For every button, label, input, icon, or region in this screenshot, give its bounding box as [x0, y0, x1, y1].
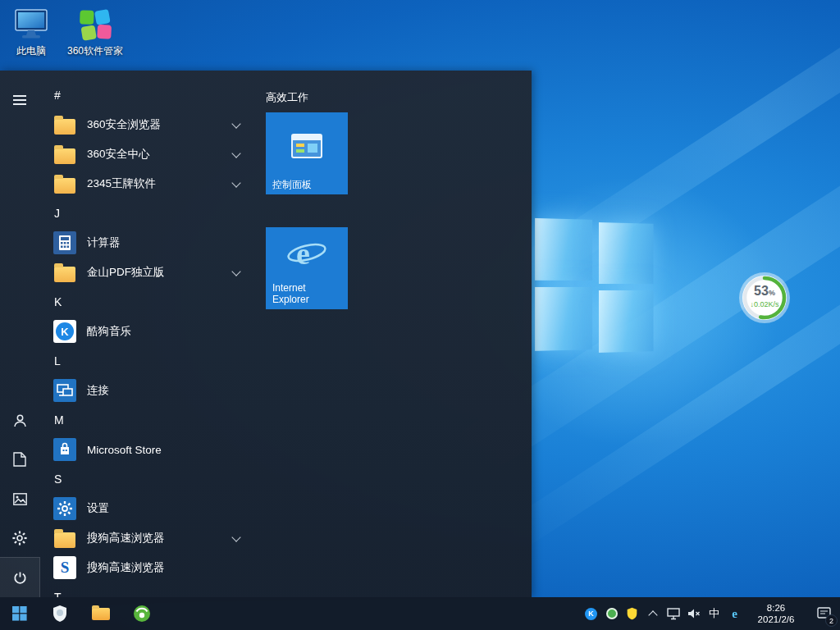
user-icon [13, 413, 27, 427]
chevron-down-icon[interactable] [231, 267, 240, 276]
document-icon [13, 452, 26, 467]
tray-ime-indicator[interactable]: 中 [704, 597, 724, 630]
app-list-item-360-browser[interactable]: 360安全浏览器 [39, 110, 266, 139]
folder-icon [52, 142, 77, 167]
app-list-item-settings[interactable]: 设置 [39, 494, 266, 523]
svg-text:e: e [296, 236, 310, 271]
tile-control-panel[interactable]: 控制面板 [266, 112, 348, 194]
app-list-header[interactable]: K [39, 287, 266, 317]
tile-group-title[interactable]: 高效工作 [266, 90, 308, 105]
folder-icon [92, 608, 110, 620]
app-list-item-calculator[interactable]: 计算器 [39, 228, 266, 258]
app-list-header[interactable]: # [39, 80, 266, 110]
app-list-item-360-center[interactable]: 360安全中心 [39, 139, 266, 169]
start-menu-tiles: 高效工作 控制面板 e I [266, 71, 532, 597]
connect-icon [52, 378, 77, 403]
app-list-item-sogou-folder[interactable]: 搜狗高速浏览器 [39, 523, 266, 553]
app-list-item-kingsoft-pdf[interactable]: 金山PDF独立版 [39, 258, 266, 287]
app-list-item-2345[interactable]: 2345王牌软件 [39, 169, 266, 199]
taskbar-app-file-explorer[interactable] [80, 597, 121, 630]
hamburger-icon [13, 93, 26, 107]
chevron-down-icon[interactable] [231, 119, 240, 128]
app-list-item-sogou-browser[interactable]: S 搜狗高速浏览器 [39, 553, 266, 582]
app-list-item-microsoft-store[interactable]: Microsoft Store [39, 435, 266, 464]
notification-badge: 2 [825, 614, 838, 627]
tile-label: Internet Explorer [272, 282, 341, 305]
clock-time: 8:26 [767, 602, 785, 614]
start-menu-app-list: # 360安全浏览器 360安全中心 2345王牌软件 J [39, 71, 266, 597]
clock-date: 2021/2/6 [758, 614, 795, 625]
action-center-button[interactable]: 2 [807, 597, 840, 630]
taskbar-clock[interactable]: 8:26 2021/2/6 [745, 597, 807, 630]
settings-button[interactable] [0, 518, 39, 558]
windows-logo-pane [535, 218, 592, 281]
app-list-header[interactable]: L [39, 346, 266, 376]
documents-button[interactable] [0, 440, 39, 479]
settings-app-icon [52, 496, 77, 521]
app-list-header[interactable]: S [39, 464, 266, 494]
start-menu-rail [0, 71, 39, 597]
taskbar-app-360-speed-browser[interactable] [121, 597, 162, 630]
taskbar-app-360-safety[interactable] [39, 597, 80, 630]
sogou-icon: S [52, 555, 77, 580]
windows-logo-pane [599, 222, 654, 284]
app-list-header[interactable]: T [39, 582, 266, 597]
app-list-header[interactable]: M [39, 405, 266, 435]
store-icon [52, 437, 77, 462]
tile-internet-explorer[interactable]: e Internet Explorer [266, 227, 348, 309]
speed-ball-widget[interactable]: 53% ↓0.02K/s [737, 271, 792, 325]
this-pc-icon [12, 7, 50, 43]
pictures-button[interactable] [0, 479, 39, 518]
360-software-manager-icon [80, 7, 111, 43]
system-tray: K 中 e [581, 597, 745, 630]
folder-icon [52, 260, 77, 285]
app-list-header[interactable]: J [39, 199, 266, 228]
expand-menu-button[interactable] [0, 80, 39, 120]
power-icon [13, 571, 27, 585]
folder-icon [52, 171, 77, 196]
tray-360-icon[interactable] [601, 597, 622, 630]
internet-explorer-icon: e [266, 234, 348, 273]
tray-kugou-icon[interactable]: K [581, 597, 601, 630]
taskbar: K 中 e 8:26 2021/2/6 [0, 597, 840, 630]
tray-volume-muted-icon[interactable] [683, 597, 704, 630]
windows-logo-pane [599, 290, 654, 353]
chevron-down-icon[interactable] [231, 148, 240, 158]
start-menu: # 360安全浏览器 360安全中心 2345王牌软件 J [0, 71, 532, 597]
chevron-down-icon[interactable] [231, 532, 240, 541]
chevron-down-icon[interactable] [231, 178, 240, 187]
desktop-icon-label: 此电脑 [16, 46, 46, 57]
petal-blue [94, 9, 111, 25]
petal-pink [97, 25, 112, 39]
shield-icon [52, 605, 68, 623]
green-browser-icon [133, 605, 151, 623]
app-list-item-kugou[interactable]: K 酷狗音乐 [39, 317, 266, 346]
folder-icon [52, 112, 77, 137]
tray-hidden-icons-chevron[interactable] [642, 597, 663, 630]
gear-icon [12, 531, 27, 546]
windows-logo [535, 218, 656, 358]
desktop-icon-label: 360软件管家 [67, 46, 123, 57]
user-account-button[interactable] [0, 400, 39, 440]
pictures-icon [13, 493, 27, 505]
windows-start-icon [12, 606, 27, 621]
memory-percent: 53% [737, 285, 792, 299]
control-panel-icon [266, 134, 348, 158]
start-button[interactable] [0, 597, 39, 630]
petal-green [80, 10, 94, 25]
power-button[interactable] [0, 558, 39, 597]
desktop-screen: 此电脑 360软件管家 53% ↓0.02K/s [0, 0, 840, 630]
windows-logo-pane [535, 287, 592, 351]
tray-shield-icon[interactable] [622, 597, 642, 630]
petal-lime [80, 25, 96, 40]
tile-label: 控制面板 [272, 179, 312, 190]
network-speed: ↓0.02K/s [737, 300, 792, 308]
tray-network-icon[interactable] [663, 597, 683, 630]
desktop-icon-360-software-manager[interactable]: 360软件管家 [62, 7, 128, 57]
app-list-item-connect[interactable]: 连接 [39, 376, 266, 405]
calculator-icon [52, 231, 77, 255]
tray-internet-explorer-icon[interactable]: e [724, 597, 745, 630]
desktop-icon-this-pc[interactable]: 此电脑 [7, 7, 56, 57]
folder-icon [52, 526, 77, 550]
kugou-icon: K [52, 319, 77, 344]
